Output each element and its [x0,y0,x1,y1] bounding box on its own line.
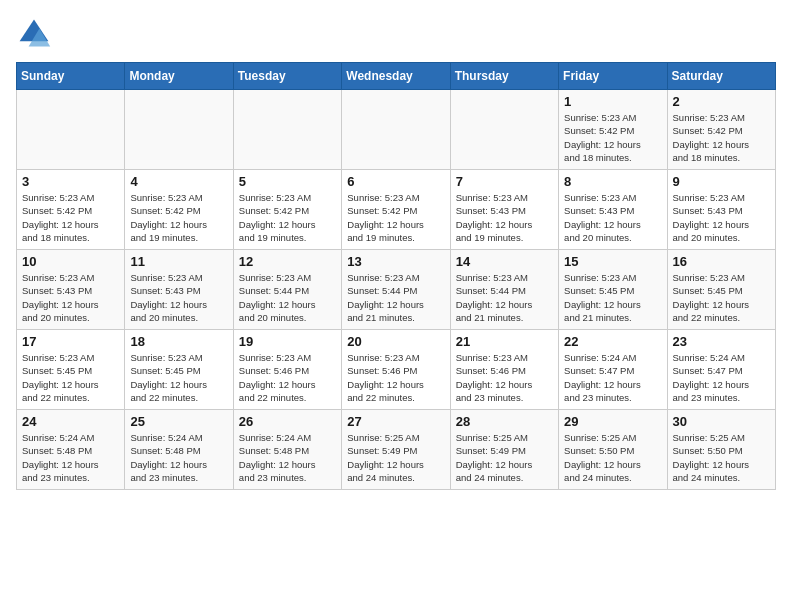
day-info: Sunrise: 5:23 AM Sunset: 5:43 PM Dayligh… [130,271,227,324]
page-header [16,16,776,52]
calendar-table: SundayMondayTuesdayWednesdayThursdayFrid… [16,62,776,490]
day-number: 15 [564,254,661,269]
calendar-week-3: 10Sunrise: 5:23 AM Sunset: 5:43 PM Dayli… [17,250,776,330]
day-number: 4 [130,174,227,189]
day-info: Sunrise: 5:23 AM Sunset: 5:45 PM Dayligh… [564,271,661,324]
day-info: Sunrise: 5:25 AM Sunset: 5:50 PM Dayligh… [673,431,770,484]
day-number: 29 [564,414,661,429]
day-number: 26 [239,414,336,429]
day-info: Sunrise: 5:23 AM Sunset: 5:43 PM Dayligh… [564,191,661,244]
calendar-cell: 18Sunrise: 5:23 AM Sunset: 5:45 PM Dayli… [125,330,233,410]
calendar-week-2: 3Sunrise: 5:23 AM Sunset: 5:42 PM Daylig… [17,170,776,250]
calendar-body: 1Sunrise: 5:23 AM Sunset: 5:42 PM Daylig… [17,90,776,490]
day-number: 12 [239,254,336,269]
logo [16,16,56,52]
day-info: Sunrise: 5:23 AM Sunset: 5:46 PM Dayligh… [347,351,444,404]
calendar-cell: 15Sunrise: 5:23 AM Sunset: 5:45 PM Dayli… [559,250,667,330]
day-number: 19 [239,334,336,349]
day-info: Sunrise: 5:23 AM Sunset: 5:45 PM Dayligh… [22,351,119,404]
logo-icon [16,16,52,52]
day-number: 6 [347,174,444,189]
weekday-header-sunday: Sunday [17,63,125,90]
calendar-cell: 14Sunrise: 5:23 AM Sunset: 5:44 PM Dayli… [450,250,558,330]
day-number: 28 [456,414,553,429]
day-number: 7 [456,174,553,189]
day-number: 1 [564,94,661,109]
day-info: Sunrise: 5:25 AM Sunset: 5:49 PM Dayligh… [456,431,553,484]
day-info: Sunrise: 5:25 AM Sunset: 5:49 PM Dayligh… [347,431,444,484]
weekday-header-thursday: Thursday [450,63,558,90]
day-number: 16 [673,254,770,269]
calendar-cell: 2Sunrise: 5:23 AM Sunset: 5:42 PM Daylig… [667,90,775,170]
day-info: Sunrise: 5:23 AM Sunset: 5:42 PM Dayligh… [239,191,336,244]
calendar-cell: 12Sunrise: 5:23 AM Sunset: 5:44 PM Dayli… [233,250,341,330]
day-info: Sunrise: 5:23 AM Sunset: 5:42 PM Dayligh… [22,191,119,244]
calendar-cell: 11Sunrise: 5:23 AM Sunset: 5:43 PM Dayli… [125,250,233,330]
calendar-cell [233,90,341,170]
day-number: 13 [347,254,444,269]
calendar-cell: 8Sunrise: 5:23 AM Sunset: 5:43 PM Daylig… [559,170,667,250]
calendar-cell: 29Sunrise: 5:25 AM Sunset: 5:50 PM Dayli… [559,410,667,490]
calendar-week-1: 1Sunrise: 5:23 AM Sunset: 5:42 PM Daylig… [17,90,776,170]
day-info: Sunrise: 5:23 AM Sunset: 5:42 PM Dayligh… [347,191,444,244]
day-info: Sunrise: 5:23 AM Sunset: 5:44 PM Dayligh… [347,271,444,324]
day-info: Sunrise: 5:23 AM Sunset: 5:43 PM Dayligh… [22,271,119,324]
day-number: 10 [22,254,119,269]
calendar-cell: 19Sunrise: 5:23 AM Sunset: 5:46 PM Dayli… [233,330,341,410]
calendar-cell: 4Sunrise: 5:23 AM Sunset: 5:42 PM Daylig… [125,170,233,250]
weekday-header-friday: Friday [559,63,667,90]
day-number: 30 [673,414,770,429]
day-info: Sunrise: 5:23 AM Sunset: 5:45 PM Dayligh… [673,271,770,324]
day-number: 23 [673,334,770,349]
calendar-cell: 30Sunrise: 5:25 AM Sunset: 5:50 PM Dayli… [667,410,775,490]
weekday-header-monday: Monday [125,63,233,90]
day-info: Sunrise: 5:25 AM Sunset: 5:50 PM Dayligh… [564,431,661,484]
day-info: Sunrise: 5:23 AM Sunset: 5:42 PM Dayligh… [564,111,661,164]
calendar-cell: 10Sunrise: 5:23 AM Sunset: 5:43 PM Dayli… [17,250,125,330]
day-number: 17 [22,334,119,349]
calendar-cell: 16Sunrise: 5:23 AM Sunset: 5:45 PM Dayli… [667,250,775,330]
day-info: Sunrise: 5:23 AM Sunset: 5:44 PM Dayligh… [239,271,336,324]
day-info: Sunrise: 5:24 AM Sunset: 5:47 PM Dayligh… [673,351,770,404]
day-info: Sunrise: 5:23 AM Sunset: 5:45 PM Dayligh… [130,351,227,404]
day-number: 20 [347,334,444,349]
day-number: 25 [130,414,227,429]
calendar-cell: 25Sunrise: 5:24 AM Sunset: 5:48 PM Dayli… [125,410,233,490]
calendar-cell: 23Sunrise: 5:24 AM Sunset: 5:47 PM Dayli… [667,330,775,410]
day-info: Sunrise: 5:24 AM Sunset: 5:47 PM Dayligh… [564,351,661,404]
day-info: Sunrise: 5:23 AM Sunset: 5:42 PM Dayligh… [673,111,770,164]
calendar-cell: 6Sunrise: 5:23 AM Sunset: 5:42 PM Daylig… [342,170,450,250]
calendar-cell [17,90,125,170]
calendar-cell: 17Sunrise: 5:23 AM Sunset: 5:45 PM Dayli… [17,330,125,410]
weekday-header-row: SundayMondayTuesdayWednesdayThursdayFrid… [17,63,776,90]
calendar-cell: 1Sunrise: 5:23 AM Sunset: 5:42 PM Daylig… [559,90,667,170]
weekday-header-tuesday: Tuesday [233,63,341,90]
day-info: Sunrise: 5:24 AM Sunset: 5:48 PM Dayligh… [22,431,119,484]
day-number: 5 [239,174,336,189]
day-info: Sunrise: 5:24 AM Sunset: 5:48 PM Dayligh… [130,431,227,484]
calendar-cell: 9Sunrise: 5:23 AM Sunset: 5:43 PM Daylig… [667,170,775,250]
day-info: Sunrise: 5:24 AM Sunset: 5:48 PM Dayligh… [239,431,336,484]
day-info: Sunrise: 5:23 AM Sunset: 5:46 PM Dayligh… [456,351,553,404]
calendar-cell: 13Sunrise: 5:23 AM Sunset: 5:44 PM Dayli… [342,250,450,330]
calendar-cell [125,90,233,170]
day-number: 27 [347,414,444,429]
calendar-cell: 22Sunrise: 5:24 AM Sunset: 5:47 PM Dayli… [559,330,667,410]
day-info: Sunrise: 5:23 AM Sunset: 5:43 PM Dayligh… [456,191,553,244]
calendar-week-5: 24Sunrise: 5:24 AM Sunset: 5:48 PM Dayli… [17,410,776,490]
day-number: 8 [564,174,661,189]
calendar-cell: 7Sunrise: 5:23 AM Sunset: 5:43 PM Daylig… [450,170,558,250]
calendar-cell: 5Sunrise: 5:23 AM Sunset: 5:42 PM Daylig… [233,170,341,250]
day-info: Sunrise: 5:23 AM Sunset: 5:46 PM Dayligh… [239,351,336,404]
calendar-cell: 26Sunrise: 5:24 AM Sunset: 5:48 PM Dayli… [233,410,341,490]
calendar-cell: 27Sunrise: 5:25 AM Sunset: 5:49 PM Dayli… [342,410,450,490]
weekday-header-wednesday: Wednesday [342,63,450,90]
day-info: Sunrise: 5:23 AM Sunset: 5:42 PM Dayligh… [130,191,227,244]
calendar-week-4: 17Sunrise: 5:23 AM Sunset: 5:45 PM Dayli… [17,330,776,410]
day-number: 24 [22,414,119,429]
calendar-cell: 21Sunrise: 5:23 AM Sunset: 5:46 PM Dayli… [450,330,558,410]
calendar-cell: 3Sunrise: 5:23 AM Sunset: 5:42 PM Daylig… [17,170,125,250]
day-number: 18 [130,334,227,349]
calendar-cell: 28Sunrise: 5:25 AM Sunset: 5:49 PM Dayli… [450,410,558,490]
calendar-cell [342,90,450,170]
